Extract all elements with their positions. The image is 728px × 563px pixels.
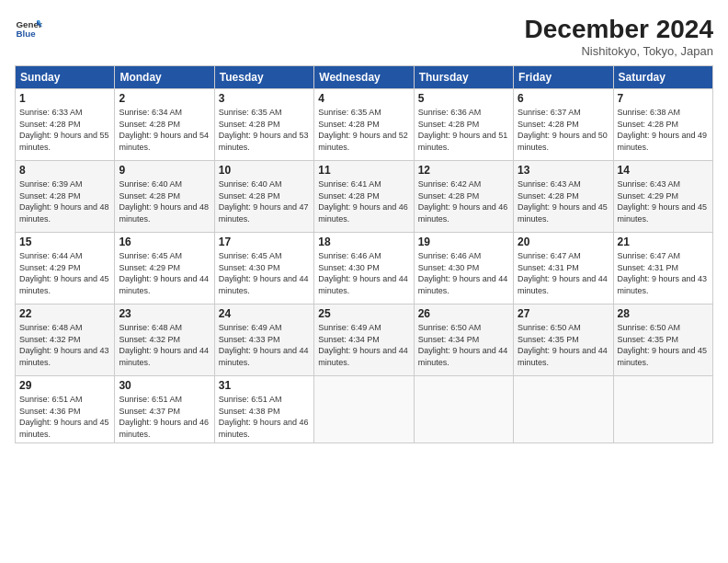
day-info: Sunrise: 6:38 AMSunset: 4:28 PMDaylight:…: [618, 108, 708, 152]
day-number: 16: [119, 236, 210, 248]
day-number: 10: [219, 164, 310, 177]
day-info: Sunrise: 6:39 AMSunset: 4:28 PMDaylight:…: [19, 179, 109, 224]
day-number: 17: [219, 236, 310, 248]
day-info: Sunrise: 6:43 AMSunset: 4:28 PMDaylight:…: [518, 179, 608, 224]
calendar-cell: 16Sunrise: 6:45 AMSunset: 4:29 PMDayligh…: [115, 233, 214, 304]
weekday-header-row: SundayMondayTuesdayWednesdayThursdayFrid…: [16, 66, 713, 89]
weekday-header-friday: Friday: [514, 66, 613, 89]
week-row-5: 29Sunrise: 6:51 AMSunset: 4:36 PMDayligh…: [16, 376, 713, 443]
day-number: 9: [119, 164, 210, 177]
day-number: 19: [418, 236, 509, 248]
day-number: 8: [19, 164, 110, 177]
calendar-cell: [613, 376, 712, 443]
calendar-cell: 17Sunrise: 6:45 AMSunset: 4:30 PMDayligh…: [214, 233, 313, 304]
day-number: 30: [119, 379, 210, 392]
day-number: 3: [219, 92, 310, 105]
calendar-cell: 14Sunrise: 6:43 AMSunset: 4:29 PMDayligh…: [613, 161, 712, 233]
day-info: Sunrise: 6:35 AMSunset: 4:28 PMDaylight:…: [318, 108, 408, 152]
calendar-cell: 22Sunrise: 6:48 AMSunset: 4:32 PMDayligh…: [16, 304, 115, 376]
calendar-cell: 21Sunrise: 6:47 AMSunset: 4:31 PMDayligh…: [613, 233, 712, 304]
day-info: Sunrise: 6:50 AMSunset: 4:35 PMDaylight:…: [618, 323, 708, 367]
day-number: 18: [318, 236, 409, 248]
calendar-cell: 7Sunrise: 6:38 AMSunset: 4:28 PMDaylight…: [613, 89, 712, 161]
week-row-4: 22Sunrise: 6:48 AMSunset: 4:32 PMDayligh…: [16, 304, 713, 376]
day-number: 2: [119, 92, 210, 105]
month-title: December 2024: [525, 15, 713, 44]
calendar-cell: 29Sunrise: 6:51 AMSunset: 4:36 PMDayligh…: [16, 376, 115, 443]
calendar-cell: 12Sunrise: 6:42 AMSunset: 4:28 PMDayligh…: [414, 161, 513, 233]
day-info: Sunrise: 6:46 AMSunset: 4:30 PMDaylight:…: [318, 251, 408, 295]
calendar-cell: 4Sunrise: 6:35 AMSunset: 4:28 PMDaylight…: [314, 89, 414, 161]
calendar-cell: [314, 376, 414, 443]
day-number: 31: [219, 379, 310, 392]
calendar-cell: 6Sunrise: 6:37 AMSunset: 4:28 PMDaylight…: [514, 89, 613, 161]
calendar-cell: [514, 376, 613, 443]
calendar-table: SundayMondayTuesdayWednesdayThursdayFrid…: [15, 65, 713, 443]
day-number: 23: [119, 307, 210, 320]
calendar-cell: 25Sunrise: 6:49 AMSunset: 4:34 PMDayligh…: [314, 304, 414, 376]
day-info: Sunrise: 6:49 AMSunset: 4:34 PMDaylight:…: [318, 323, 408, 367]
day-number: 29: [19, 379, 110, 392]
day-info: Sunrise: 6:34 AMSunset: 4:28 PMDaylight:…: [119, 108, 209, 152]
day-info: Sunrise: 6:37 AMSunset: 4:28 PMDaylight:…: [518, 108, 608, 152]
day-number: 5: [418, 92, 509, 105]
day-number: 25: [318, 307, 409, 320]
weekday-header-wednesday: Wednesday: [314, 66, 414, 89]
calendar-cell: 1Sunrise: 6:33 AMSunset: 4:28 PMDaylight…: [16, 89, 115, 161]
week-row-1: 1Sunrise: 6:33 AMSunset: 4:28 PMDaylight…: [16, 89, 713, 161]
weekday-header-tuesday: Tuesday: [214, 66, 313, 89]
day-info: Sunrise: 6:51 AMSunset: 4:38 PMDaylight:…: [219, 395, 309, 439]
day-number: 27: [518, 307, 609, 320]
logo-icon: General Blue: [15, 15, 42, 42]
day-info: Sunrise: 6:51 AMSunset: 4:36 PMDaylight:…: [19, 395, 109, 439]
weekday-header-thursday: Thursday: [414, 66, 513, 89]
day-number: 1: [19, 92, 110, 105]
day-info: Sunrise: 6:45 AMSunset: 4:29 PMDaylight:…: [119, 251, 209, 295]
title-block: December 2024 Nishitokyo, Tokyo, Japan: [525, 15, 713, 58]
day-info: Sunrise: 6:47 AMSunset: 4:31 PMDaylight:…: [618, 251, 708, 295]
calendar-cell: 18Sunrise: 6:46 AMSunset: 4:30 PMDayligh…: [314, 233, 414, 304]
header: General Blue December 2024 Nishitokyo, T…: [15, 15, 713, 58]
calendar-cell: 13Sunrise: 6:43 AMSunset: 4:28 PMDayligh…: [514, 161, 613, 233]
day-info: Sunrise: 6:50 AMSunset: 4:34 PMDaylight:…: [418, 323, 508, 367]
calendar-cell: 9Sunrise: 6:40 AMSunset: 4:28 PMDaylight…: [115, 161, 214, 233]
day-info: Sunrise: 6:40 AMSunset: 4:28 PMDaylight:…: [219, 179, 309, 224]
calendar-cell: 15Sunrise: 6:44 AMSunset: 4:29 PMDayligh…: [16, 233, 115, 304]
day-number: 20: [518, 236, 609, 248]
day-info: Sunrise: 6:42 AMSunset: 4:28 PMDaylight:…: [418, 179, 508, 224]
day-number: 4: [318, 92, 409, 105]
calendar-cell: 24Sunrise: 6:49 AMSunset: 4:33 PMDayligh…: [214, 304, 313, 376]
calendar-cell: 26Sunrise: 6:50 AMSunset: 4:34 PMDayligh…: [414, 304, 513, 376]
day-info: Sunrise: 6:50 AMSunset: 4:35 PMDaylight:…: [518, 323, 608, 367]
calendar-cell: 11Sunrise: 6:41 AMSunset: 4:28 PMDayligh…: [314, 161, 414, 233]
day-number: 26: [418, 307, 509, 320]
day-info: Sunrise: 6:40 AMSunset: 4:28 PMDaylight:…: [119, 179, 209, 224]
day-number: 12: [418, 164, 509, 177]
logo: General Blue: [15, 15, 46, 42]
day-number: 7: [618, 92, 709, 105]
day-info: Sunrise: 6:45 AMSunset: 4:30 PMDaylight:…: [219, 251, 309, 295]
calendar-cell: 30Sunrise: 6:51 AMSunset: 4:37 PMDayligh…: [115, 376, 214, 443]
day-info: Sunrise: 6:48 AMSunset: 4:32 PMDaylight:…: [119, 323, 209, 367]
day-number: 13: [518, 164, 609, 177]
calendar-cell: 19Sunrise: 6:46 AMSunset: 4:30 PMDayligh…: [414, 233, 513, 304]
calendar-cell: 20Sunrise: 6:47 AMSunset: 4:31 PMDayligh…: [514, 233, 613, 304]
page-container: General Blue December 2024 Nishitokyo, T…: [0, 0, 728, 563]
calendar-cell: 3Sunrise: 6:35 AMSunset: 4:28 PMDaylight…: [214, 89, 313, 161]
calendar-cell: 8Sunrise: 6:39 AMSunset: 4:28 PMDaylight…: [16, 161, 115, 233]
day-info: Sunrise: 6:46 AMSunset: 4:30 PMDaylight:…: [418, 251, 508, 295]
day-number: 11: [318, 164, 409, 177]
day-number: 14: [618, 164, 709, 177]
weekday-header-sunday: Sunday: [16, 66, 115, 89]
day-info: Sunrise: 6:44 AMSunset: 4:29 PMDaylight:…: [19, 251, 109, 295]
day-info: Sunrise: 6:51 AMSunset: 4:37 PMDaylight:…: [119, 395, 209, 439]
day-info: Sunrise: 6:49 AMSunset: 4:33 PMDaylight:…: [219, 323, 309, 367]
day-number: 22: [19, 307, 110, 320]
day-info: Sunrise: 6:41 AMSunset: 4:28 PMDaylight:…: [318, 179, 408, 224]
location: Nishitokyo, Tokyo, Japan: [525, 44, 713, 58]
calendar-cell: [414, 376, 513, 443]
week-row-3: 15Sunrise: 6:44 AMSunset: 4:29 PMDayligh…: [16, 233, 713, 304]
calendar-cell: 28Sunrise: 6:50 AMSunset: 4:35 PMDayligh…: [613, 304, 712, 376]
day-number: 28: [618, 307, 709, 320]
day-info: Sunrise: 6:47 AMSunset: 4:31 PMDaylight:…: [518, 251, 608, 295]
